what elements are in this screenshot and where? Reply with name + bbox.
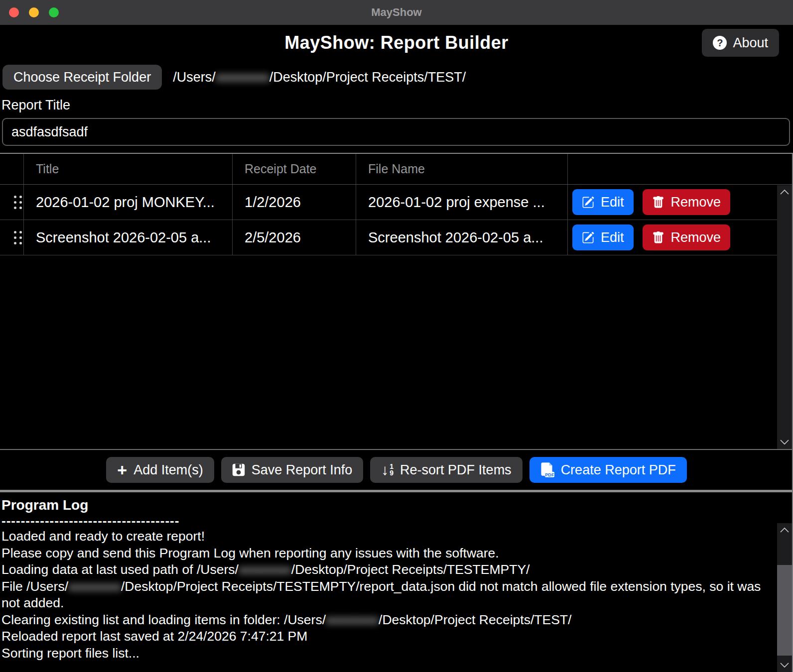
report-items-table: Title Receipt Date File Name 2026-01-02 … (0, 153, 793, 450)
choose-receipt-folder-button[interactable]: Choose Receipt Folder (2, 65, 162, 90)
file-pdf-icon: PDF (540, 462, 554, 477)
add-items-label: Add Item(s) (133, 462, 203, 478)
row-drag-cell (0, 220, 24, 255)
chevron-down-icon[interactable] (780, 435, 790, 449)
edit-button[interactable]: Edit (572, 189, 634, 215)
create-report-pdf-button[interactable]: PDF Create Report PDF (529, 457, 687, 483)
grip-dots-icon[interactable] (14, 196, 22, 209)
row-actions-cell: Edit Remove (568, 185, 793, 220)
drag-column-header (0, 154, 24, 184)
report-title-input[interactable] (2, 118, 790, 146)
program-log-separator: ------------------------------------- (1, 513, 768, 528)
row-title-cell: 2026-01-02 proj MONKEY... (24, 185, 233, 220)
edit-button-label: Edit (601, 195, 624, 210)
table-scrollbar[interactable] (777, 185, 792, 449)
row-title-cell: Screenshot 2026-02-05 a... (24, 220, 233, 255)
log-redacted-username: xxxxxxxx (239, 562, 291, 577)
page-title: MayShow: Report Builder (0, 28, 793, 58)
remove-button-label: Remove (671, 230, 721, 245)
pencil-square-icon (582, 231, 594, 244)
app-header: MayShow: Report Builder ? About (0, 28, 793, 60)
log-line: Please copy and send this Program Log wh… (1, 545, 768, 562)
scrollbar-thumb[interactable] (777, 565, 792, 656)
edit-button[interactable]: Edit (572, 224, 634, 250)
program-log-panel: Program Log ----------------------------… (0, 492, 793, 672)
log-scrollbar[interactable] (777, 523, 792, 672)
row-drag-cell (0, 185, 24, 220)
program-log-heading: Program Log (1, 497, 768, 513)
remove-button[interactable]: Remove (643, 189, 731, 215)
log-line: Sorting report files list... (1, 645, 768, 662)
folder-row: Choose Receipt Folder /Users/xxxxxxxx/De… (2, 65, 793, 90)
titlebar: MayShow (0, 0, 793, 25)
table-header-row: Title Receipt Date File Name (0, 154, 793, 185)
plus-icon: + (117, 462, 127, 477)
about-button-label: About (733, 35, 768, 51)
chevron-up-icon[interactable] (780, 523, 790, 537)
add-items-button[interactable]: + Add Item(s) (106, 457, 214, 483)
log-redacted-username: xxxxxxxx (68, 579, 121, 594)
log-line: Loaded and ready to create report! (1, 528, 768, 545)
zoom-window-button[interactable] (49, 7, 59, 17)
table-row: 2026-01-02 proj MONKEY... 1/2/2026 2026-… (0, 185, 793, 220)
report-title-label: Report Title (1, 98, 793, 113)
table-row: Screenshot 2026-02-05 a... 2/5/2026 Scre… (0, 220, 793, 255)
minimize-window-button[interactable] (29, 7, 39, 17)
about-button[interactable]: ? About (702, 29, 779, 57)
bottom-toolbar: + Add Item(s) Save Report Info ↓ 1 9 Re-… (0, 450, 793, 490)
chevron-down-icon[interactable] (780, 658, 790, 672)
log-line: Clearing existing list and loading items… (1, 612, 768, 629)
log-line: Reloaded report last saved at 2/24/2026 … (1, 628, 768, 645)
resort-pdf-items-label: Re-sort PDF Items (400, 462, 512, 478)
trash-icon (652, 196, 664, 209)
remove-button-label: Remove (671, 195, 721, 210)
grip-dots-icon[interactable] (14, 231, 22, 244)
row-date-cell: 1/2/2026 (233, 185, 356, 220)
question-circle-icon: ? (713, 36, 727, 50)
row-file-cell: 2026-01-02 proj expense ... (356, 185, 568, 220)
svg-text:PDF: PDF (545, 472, 554, 477)
row-actions-cell: Edit Remove (568, 220, 793, 255)
column-header-receipt-date: Receipt Date (233, 154, 356, 184)
path-suffix: /Desktop/Project Receipts/TEST/ (269, 70, 466, 85)
log-line: File /Users/xxxxxxxx/Desktop/Project Rec… (1, 578, 768, 612)
floppy-disk-icon (232, 463, 245, 476)
resort-pdf-items-button[interactable]: ↓ 1 9 Re-sort PDF Items (370, 457, 522, 483)
traffic-lights (9, 7, 59, 17)
save-report-info-label: Save Report Info (252, 462, 353, 478)
path-prefix: /Users/ (173, 70, 216, 85)
close-window-button[interactable] (9, 7, 19, 17)
edit-button-label: Edit (601, 230, 624, 245)
remove-button[interactable]: Remove (643, 224, 731, 250)
log-line: Loading data at last used path of /Users… (1, 561, 768, 578)
save-report-info-button[interactable]: Save Report Info (221, 457, 364, 483)
chevron-up-icon[interactable] (780, 185, 790, 199)
window-title: MayShow (0, 0, 793, 25)
receipt-folder-path: /Users/xxxxxxxx/Desktop/Project Receipts… (173, 70, 466, 85)
log-redacted-username: xxxxxxxx (326, 612, 379, 627)
create-report-pdf-label: Create Report PDF (561, 462, 676, 478)
pencil-square-icon (582, 196, 594, 209)
column-header-title: Title (24, 154, 233, 184)
row-file-cell: Screenshot 2026-02-05 a... (356, 220, 568, 255)
column-header-file-name: File Name (356, 154, 568, 184)
sort-numeric-down-icon: ↓ 1 9 (381, 463, 394, 477)
path-redacted-username: xxxxxxxx (216, 70, 269, 85)
trash-icon (652, 231, 664, 244)
row-date-cell: 2/5/2026 (233, 220, 356, 255)
column-header-actions (568, 154, 793, 184)
